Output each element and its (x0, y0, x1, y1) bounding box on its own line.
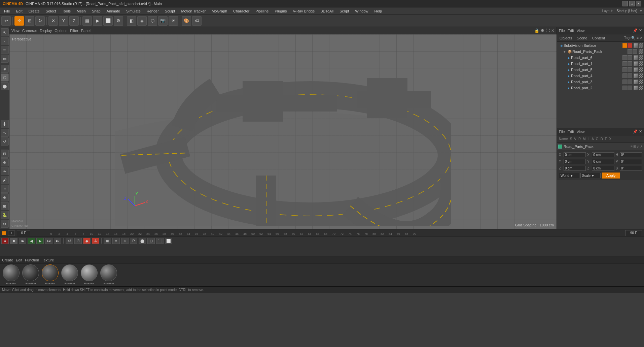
obj-item-road-3[interactable]: ▲ Road_part_3 (557, 79, 644, 85)
tl-next-frame-button[interactable]: ⏭ (45, 238, 52, 244)
tag-button[interactable]: 🏷 (192, 16, 202, 26)
coord-x-pos-field[interactable]: 0 cm (564, 152, 586, 157)
render-preview-button[interactable]: ▦ (82, 16, 92, 26)
material-ball-2[interactable] (22, 264, 39, 281)
tl-record-button[interactable]: ● (1, 238, 9, 244)
obj-r1-vis[interactable] (622, 61, 627, 66)
attr-tab-edit[interactable]: Edit (568, 130, 574, 134)
obj-item-road-1[interactable]: ▲ Road_part_1 (557, 61, 644, 67)
sidebar-point-mode[interactable]: · (1, 37, 9, 45)
view-tab-panel[interactable]: Panel (81, 29, 91, 33)
viewport-canvas[interactable]: Perspective Grid Spacing : 1000 cm (9, 34, 557, 229)
tl-timeline-button[interactable]: ⏱ (74, 238, 82, 244)
view-tab-display[interactable]: Display (40, 29, 52, 33)
render-to-picture-viewer[interactable]: ⬜ (103, 16, 113, 26)
tl-loop-button[interactable]: ↺ (66, 238, 73, 244)
obj-r2-vis[interactable] (622, 86, 627, 90)
mat-tab-function[interactable]: Function (25, 258, 39, 262)
menu-plugins[interactable]: Plugins (272, 8, 289, 14)
tl-mode-3[interactable]: ○ (121, 238, 129, 244)
menu-script[interactable]: Script (337, 8, 352, 14)
tl-mode-6[interactable]: ⊟ (147, 238, 155, 244)
coord-z-pos-field[interactable]: 0 cm (564, 166, 586, 171)
mat-tab-create[interactable]: Create (2, 258, 13, 262)
view-tab-filter[interactable]: Filter (70, 29, 78, 33)
close-button[interactable]: ✕ (636, 1, 641, 6)
minimize-button[interactable]: ─ (622, 1, 628, 6)
obj-r4-vis[interactable] (622, 73, 627, 78)
attr-pin-icon[interactable]: 📌 (633, 129, 638, 134)
undo-button[interactable]: ↩ (1, 16, 11, 26)
objects-close-icon[interactable]: ✕ (640, 36, 643, 40)
material-item-5[interactable]: RoadPai (81, 264, 98, 286)
nurbs-button[interactable]: ◈ (137, 16, 147, 26)
menu-mograph[interactable]: MoGraph (209, 8, 230, 14)
menu-edit[interactable]: Edit (13, 8, 25, 14)
panel-pin-icon[interactable]: 📌 (633, 28, 638, 33)
obj-item-subdivision[interactable]: ◈ Subdivision Surface (557, 42, 644, 49)
objects-tab-scene[interactable]: Scene (575, 35, 588, 41)
menu-file[interactable]: File (1, 8, 13, 14)
material-item-3[interactable]: RoadPai (42, 264, 59, 286)
tl-play-backward-button[interactable]: ◀ (28, 238, 35, 244)
mat-tab-texture[interactable]: Texture (42, 258, 54, 262)
coord-b-field[interactable]: 0° (620, 166, 642, 171)
tl-prev-frame-button[interactable]: ⏮ (19, 238, 26, 244)
material-ball-3[interactable] (42, 264, 59, 281)
obj-item-road-6[interactable]: ▲ Road_part_6 (557, 55, 644, 61)
scale-tool-button[interactable]: ⊞ (25, 16, 34, 26)
selection-y-button[interactable]: Y (59, 16, 68, 26)
obj-item-road-4[interactable]: ▲ Road_part_4 (557, 73, 644, 79)
material-item-6[interactable]: RoadPai (100, 264, 117, 286)
menu-select[interactable]: Select (43, 8, 59, 14)
obj-item-road-5[interactable]: ▲ Road_part_5 (557, 67, 644, 73)
obj-r4-render[interactable] (628, 73, 632, 78)
menu-render[interactable]: Render (144, 8, 162, 14)
obj-pack-render[interactable] (633, 49, 637, 54)
obj-r1-render[interactable] (628, 61, 632, 66)
sidebar-model-mode[interactable]: ⬡ (1, 73, 9, 82)
viewport-fullscreen-icon[interactable]: ⛶ (546, 28, 550, 33)
render-settings-button[interactable]: ⚙ (114, 16, 123, 26)
layout-dropdown-arrow[interactable]: ▼ (639, 9, 643, 13)
selection-z-button[interactable]: Z (69, 16, 79, 26)
light-button[interactable]: ☀ (169, 16, 178, 26)
tl-mode-5[interactable]: ⬤ (139, 238, 146, 244)
sidebar-rotate[interactable]: ↺ (1, 137, 9, 146)
coord-h-field[interactable]: 0° (620, 152, 642, 157)
material-item-4[interactable]: RoadPai (61, 264, 78, 286)
apply-button[interactable]: Apply (602, 172, 620, 179)
layout-name[interactable]: Startup [User] (616, 9, 637, 13)
tl-end-frame[interactable]: 90 F (625, 230, 642, 236)
world-dropdown[interactable]: World ▼ (559, 173, 579, 178)
obj-r6-vis[interactable] (622, 55, 627, 60)
menu-simulate[interactable]: Simulate (123, 8, 143, 14)
objects-search-icon[interactable]: 🔍 (631, 36, 635, 40)
view-tab-options[interactable]: Options (55, 29, 67, 33)
obj-r3-render[interactable] (628, 80, 632, 84)
camera-button[interactable]: 📷 (158, 16, 168, 26)
objects-tab-content[interactable]: Content (591, 35, 607, 41)
sidebar-bottom-1[interactable]: ⊘ (1, 220, 9, 228)
cube-button[interactable]: ◧ (127, 16, 136, 26)
sidebar-mirror[interactable]: ⊞ (1, 202, 9, 210)
viewport-camera-icon[interactable]: ⚙ (541, 28, 544, 33)
panel-tab-view[interactable]: View (577, 29, 585, 33)
menu-3dtoall[interactable]: 3DToAll (318, 8, 336, 14)
sidebar-scale[interactable]: ⤡ (1, 129, 9, 137)
sidebar-object-mode[interactable]: ◈ (1, 65, 9, 73)
coord-p-field[interactable]: 0° (620, 159, 642, 164)
tl-mode-7[interactable]: ⬛ (156, 238, 164, 244)
sel-icon-3[interactable]: ↙ (637, 145, 639, 148)
tl-last-frame-button[interactable]: ⏭ (54, 238, 61, 244)
viewport-lock-icon[interactable]: 🔒 (534, 28, 539, 33)
menu-pipeline[interactable]: Pipeline (253, 8, 271, 14)
obj-r6-render[interactable] (628, 55, 632, 60)
obj-item-road-2[interactable]: ▲ Road_part_2 (557, 85, 644, 91)
sidebar-select-all[interactable]: ⊡ (1, 150, 9, 158)
panel-tab-edit[interactable]: Edit (568, 29, 574, 33)
sidebar-edge-mode[interactable]: ━ (1, 46, 9, 54)
scale-dropdown[interactable]: Scale ▼ (580, 173, 601, 178)
material-button[interactable]: 🎨 (182, 16, 191, 26)
sel-icon-4[interactable]: ↗ (640, 145, 643, 148)
